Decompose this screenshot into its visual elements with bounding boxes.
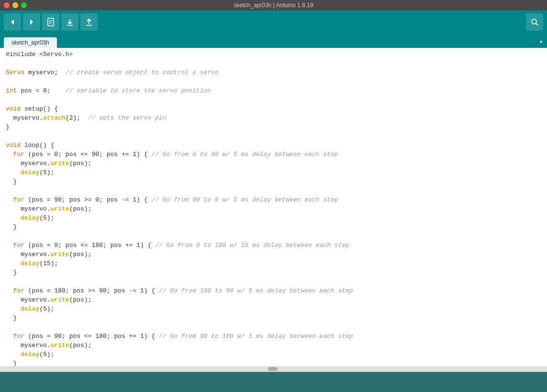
code-line-11: void loop() { [0, 141, 547, 150]
code-line-33: myservo.write(pos); [0, 341, 547, 350]
code-line-35: } [0, 359, 547, 366]
forward-icon [27, 18, 36, 26]
code-line-5: int pos = 0; // variable to store the se… [0, 86, 547, 95]
code-line-20: } [0, 223, 547, 232]
code-line-6 [0, 95, 547, 104]
toolbar [0, 11, 547, 34]
svg-line-9 [536, 23, 538, 25]
tab-sketch[interactable]: sketch_apr03h [4, 37, 57, 48]
code-line-30: } [0, 314, 547, 323]
code-line-24: delay(15); [0, 259, 547, 268]
maximize-button[interactable] [21, 2, 27, 8]
tab-label: sketch_apr03h [11, 39, 49, 46]
toolbar-right [526, 13, 543, 31]
back-icon [8, 18, 17, 26]
horizontal-scrollbar[interactable] [0, 366, 547, 372]
code-line-21 [0, 232, 547, 241]
code-line-13: myservo.write(pos); [0, 159, 547, 168]
new-button[interactable] [42, 13, 59, 31]
window-title: sketch_apr03h | Arduino 1.8.19 [234, 2, 313, 9]
code-editor[interactable]: #include <Servo.h> Servo myservo; // cre… [0, 48, 547, 366]
code-line-12: for (pos = 0; pos <= 90; pos += 1) { // … [0, 150, 547, 159]
code-line-19: delay(5); [0, 213, 547, 223]
forward-button[interactable] [23, 13, 40, 31]
window-controls [4, 2, 27, 8]
code-line-18: myservo.write(pos); [0, 204, 547, 213]
code-line-15: } [0, 177, 547, 186]
svg-marker-1 [30, 19, 33, 25]
code-line-1: #include <Servo.h> [0, 50, 547, 59]
code-line-32: for (pos = 90; pos <= 180; pos += 1) { /… [0, 332, 547, 341]
tab-dropdown-button[interactable]: ▾ [539, 38, 543, 46]
code-line-3: Servo myservo; // create servo object to… [0, 68, 547, 77]
code-line-10 [0, 132, 547, 141]
code-line-7: void setup() { [0, 104, 547, 113]
code-line-4 [0, 77, 547, 86]
svg-marker-0 [11, 19, 14, 25]
code-line-25: } [0, 268, 547, 277]
titlebar: sketch_apr03h | Arduino 1.8.19 [0, 0, 547, 11]
search-icon [530, 18, 539, 26]
close-button[interactable] [4, 2, 10, 8]
code-line-26 [0, 277, 547, 286]
minimize-button[interactable] [12, 2, 18, 8]
code-line-34: delay(5); [0, 350, 547, 359]
code-line-17: for (pos = 90; pos >= 0; pos -= 1) { // … [0, 195, 547, 204]
code-line-23: myservo.write(pos); [0, 250, 547, 259]
open-icon [65, 17, 75, 27]
code-line-16 [0, 186, 547, 195]
code-line-2 [0, 59, 547, 68]
code-line-9: } [0, 123, 547, 132]
open-button[interactable] [61, 13, 78, 31]
code-line-14: delay(5); [0, 168, 547, 177]
code-line-8: myservo.attach(2); // sets the servo pin [0, 113, 547, 123]
search-button[interactable] [526, 13, 543, 31]
save-icon [84, 17, 94, 27]
code-line-29: delay(5); [0, 304, 547, 314]
code-line-22: for (pos = 0; pos <= 180; pos += 1) { //… [0, 241, 547, 250]
save-button[interactable] [80, 13, 98, 31]
svg-point-8 [532, 19, 536, 24]
back-button[interactable] [4, 13, 21, 31]
new-file-icon [46, 17, 56, 27]
bottom-panel [0, 372, 547, 392]
tabbar: sketch_apr03h ▾ [0, 34, 547, 48]
code-line-31 [0, 323, 547, 332]
hscroll-thumb[interactable] [268, 367, 278, 371]
code-line-28: myservo.write(pos); [0, 295, 547, 304]
code-line-27: for (pos = 180; pos >= 90; pos -= 1) { /… [0, 286, 547, 295]
